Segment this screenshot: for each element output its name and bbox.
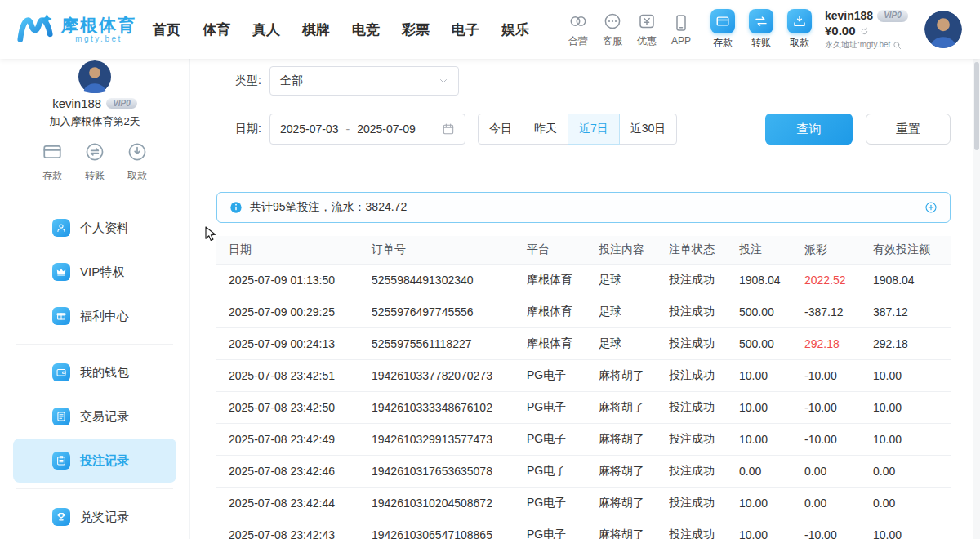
nav-item-slots[interactable]: 电子	[452, 20, 479, 39]
table-row: 2025-07-08 23:42:46 1942610317653635078 …	[216, 455, 951, 487]
cell-order-no: 1942610317653635078	[372, 455, 527, 487]
expand-circle-icon[interactable]	[924, 201, 938, 214]
table-body: 2025-07-09 01:13:50 5255984491302340 摩根体…	[216, 264, 951, 539]
brand-logo-icon	[16, 11, 54, 48]
col-header-platform: 平台	[527, 236, 599, 264]
cell-date: 2025-07-09 01:13:50	[216, 264, 372, 296]
cell-valid-bet: 10.00	[873, 519, 951, 539]
brand-text: 摩根体育 mgty.bet	[61, 16, 136, 43]
cell-bet: 10.00	[739, 519, 804, 539]
scrollbar-thumb[interactable]	[974, 62, 979, 150]
sidebar-item-wallet[interactable]: 我的钱包	[13, 350, 176, 394]
type-select[interactable]: 全部	[270, 66, 459, 96]
cell-valid-bet: 0.00	[873, 487, 951, 519]
sidebar-withdraw-button[interactable]: 取款	[127, 141, 148, 183]
promo-label: 优惠	[637, 34, 657, 48]
withdraw-button[interactable]: 取款	[787, 9, 812, 50]
range-yesterday-button[interactable]: 昨天	[523, 114, 568, 145]
sidebar-user-line: kevin188 VIP0	[52, 96, 137, 110]
cell-valid-bet: 10.00	[873, 359, 951, 391]
header-vip-badge: VIP0	[877, 10, 908, 22]
crown-icon	[52, 263, 70, 281]
app-icon	[671, 12, 692, 33]
cell-status: 投注成功	[669, 423, 739, 455]
brand-logo[interactable]: 摩根体育 mgty.bet	[16, 11, 136, 48]
cell-platform: PG电子	[527, 359, 599, 391]
cell-order-no: 1942610310204508672	[372, 487, 527, 519]
cell-content: 足球	[599, 296, 669, 327]
sidebar-item-vip[interactable]: VIP特权	[13, 250, 176, 294]
cell-status: 投注成功	[669, 487, 739, 519]
sidebar-transfer-button[interactable]: 转账	[84, 141, 105, 183]
app-download-link[interactable]: APP	[665, 12, 697, 47]
summary-banner: 共计95笔投注，流水：3824.72	[216, 192, 951, 223]
sidebar-item-welfare[interactable]: 福利中心	[13, 294, 176, 338]
partner-link[interactable]: 合营	[562, 11, 595, 48]
nav-item-esports[interactable]: 电竞	[352, 20, 380, 39]
vertical-scrollbar[interactable]	[973, 59, 980, 539]
nav-item-home[interactable]: 首页	[153, 20, 180, 39]
promo-link[interactable]: 优惠	[630, 11, 663, 48]
range-7days-button[interactable]: 近7日	[568, 114, 620, 145]
cell-content: 麻将胡了	[599, 423, 669, 455]
page-body: kevin188 VIP0 加入摩根体育第2天 存款 转账 取款	[0, 59, 980, 539]
table-header-row: 日期 订单号 平台 投注内容 注单状态 投注 派彩 有效投注额	[216, 236, 951, 264]
cell-status: 投注成功	[669, 264, 739, 296]
partner-icon	[568, 11, 589, 32]
date-from-value: 2025-07-03	[280, 122, 339, 136]
range-30days-button[interactable]: 近30日	[619, 114, 678, 145]
cell-status: 投注成功	[669, 359, 739, 391]
nav-item-entertainment[interactable]: 娱乐	[501, 20, 529, 39]
brand-domain: mgty.bet	[61, 34, 136, 43]
cell-date: 2025-07-09 00:24:13	[216, 327, 372, 359]
address-search-icon[interactable]	[893, 41, 902, 50]
sidebar-item-profile[interactable]: 个人资料	[13, 206, 176, 250]
sidebar-avatar-image	[69, 60, 120, 93]
deposit-button[interactable]: 存款	[710, 9, 735, 50]
header-balance: ¥0.00	[825, 24, 856, 39]
type-select-value: 全部	[280, 74, 303, 88]
cell-payout: 0.00	[804, 455, 873, 487]
header-avatar[interactable]	[924, 11, 962, 48]
sidebar-deposit-button[interactable]: 存款	[42, 141, 63, 183]
refresh-balance-icon[interactable]	[860, 27, 869, 36]
sidebar-item-label: 福利中心	[80, 309, 129, 324]
cell-date: 2025-07-08 23:42:43	[216, 519, 372, 539]
type-label: 类型:	[235, 74, 261, 88]
sidebar-transfer-label: 转账	[85, 169, 105, 183]
reset-button[interactable]: 重置	[866, 114, 951, 145]
sidebar-avatar[interactable]	[69, 60, 120, 93]
header-username: kevin188	[825, 9, 873, 24]
sidebar-withdraw-label: 取款	[127, 169, 147, 183]
nav-item-board-games[interactable]: 棋牌	[302, 20, 330, 39]
wallet-actions: 存款 转账 取款	[710, 9, 812, 50]
cell-content: 足球	[599, 264, 669, 296]
table-row: 2025-07-09 00:24:13 5255975561118227 摩根体…	[216, 327, 951, 359]
table-row: 2025-07-08 23:42:44 1942610310204508672 …	[216, 487, 951, 519]
nav-item-lottery[interactable]: 彩票	[402, 20, 430, 39]
deposit-icon	[710, 9, 735, 33]
cell-bet: 500.00	[739, 296, 804, 327]
summary-text: 共计95笔投注，流水：3824.72	[250, 200, 407, 215]
cell-valid-bet: 10.00	[873, 423, 951, 455]
main-nav: 首页 体育 真人 棋牌 电竞 彩票 电子 娱乐	[153, 20, 529, 39]
cell-status: 投注成功	[669, 391, 739, 423]
transfer-label: 转账	[751, 36, 771, 50]
date-range-input[interactable]: 2025-07-03 - 2025-07-09	[270, 114, 466, 145]
bet-records-icon	[52, 452, 70, 470]
sidebar-item-transactions[interactable]: 交易记录	[13, 394, 176, 439]
info-icon	[229, 201, 243, 214]
sidebar-item-bet-records[interactable]: 投注记录	[13, 439, 176, 483]
sidebar-item-label: 我的钱包	[80, 365, 129, 381]
nav-item-sports[interactable]: 体育	[203, 20, 230, 39]
cell-platform: PG电子	[527, 423, 599, 455]
range-today-button[interactable]: 今日	[478, 114, 523, 145]
transfer-button[interactable]: 转账	[749, 9, 773, 50]
query-button[interactable]: 查询	[765, 114, 853, 145]
cell-content: 麻将胡了	[599, 487, 669, 519]
sidebar-item-prize-records[interactable]: 兑奖记录	[13, 495, 176, 539]
cell-bet: 1908.04	[739, 264, 804, 296]
cell-order-no: 1942610337782070273	[372, 359, 527, 391]
support-link[interactable]: 客服	[596, 11, 629, 48]
nav-item-live-casino[interactable]: 真人	[252, 20, 280, 39]
